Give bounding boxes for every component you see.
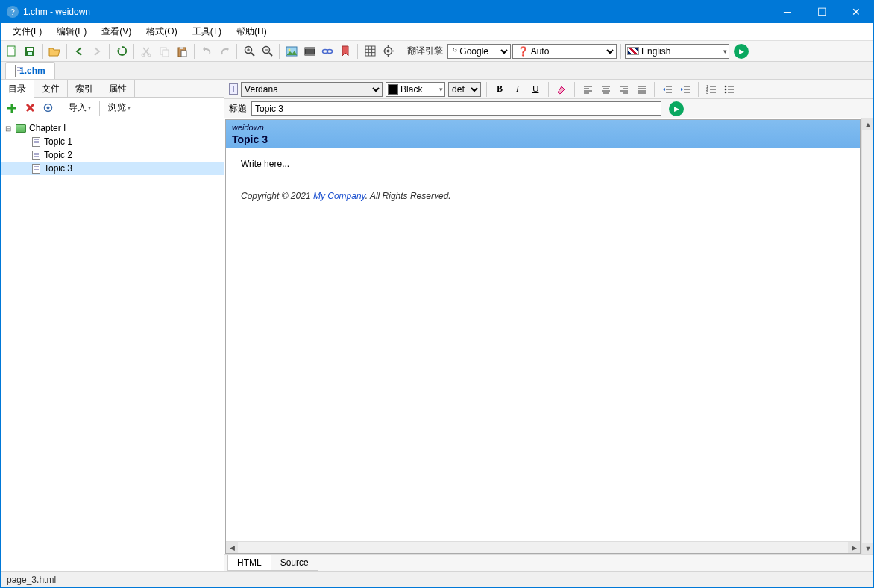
window-maximize-button[interactable]: ☐ (805, 1, 839, 23)
tree-item-label: Topic 2 (44, 150, 72, 160)
collapse-icon[interactable]: ⊟ (4, 124, 13, 133)
font-icon: T (229, 83, 238, 95)
nav-tab-properties[interactable]: 属性 (101, 80, 135, 97)
translate-from-select[interactable]: ❓ Auto (512, 44, 617, 59)
import-button[interactable]: 导入 (64, 100, 95, 116)
font-color-select[interactable]: Black ▾ (386, 82, 445, 97)
status-text: page_3.html (7, 575, 56, 585)
undo-button[interactable] (198, 43, 215, 60)
svg-point-19 (289, 48, 291, 51)
italic-button[interactable]: I (510, 82, 525, 97)
font-family-select[interactable]: Verdana (241, 82, 383, 97)
zoom-out-button[interactable] (259, 43, 275, 60)
content-header: weidown Topic 3 (226, 120, 860, 148)
nav-settings-button[interactable] (40, 100, 56, 116)
align-justify-button[interactable] (634, 82, 649, 97)
redo-button[interactable] (216, 43, 233, 60)
open-button[interactable] (46, 43, 63, 60)
back-button[interactable] (71, 43, 87, 60)
nav-tab-contents[interactable]: 目录 (1, 80, 34, 98)
svg-point-72 (725, 91, 727, 93)
tree-item[interactable]: Topic 1 (1, 135, 224, 148)
document-tabstrip: 1.chm (1, 62, 873, 80)
cut-button[interactable] (138, 43, 154, 60)
document-tab-label: 1.chm (19, 66, 45, 76)
clear-format-button[interactable] (554, 82, 569, 97)
svg-rect-25 (365, 46, 375, 56)
menu-format[interactable]: 格式(O) (139, 23, 184, 40)
svg-rect-21 (305, 48, 315, 49)
paste-button[interactable] (174, 43, 190, 60)
document-tab[interactable]: 1.chm (5, 62, 55, 79)
movie-button[interactable] (301, 43, 318, 60)
unordered-list-button[interactable] (722, 82, 737, 97)
save-button[interactable] (22, 43, 38, 60)
window-minimize-button[interactable]: ─ (770, 1, 805, 23)
statusbar: page_3.html (1, 571, 873, 587)
copy-button[interactable] (156, 43, 172, 60)
title-input[interactable] (251, 101, 661, 116)
tree-root[interactable]: ⊟ Chapter I (1, 121, 224, 135)
svg-point-70 (725, 85, 727, 87)
menu-help[interactable]: 帮助(H) (229, 23, 274, 40)
scroll-up-icon[interactable]: ▲ (862, 118, 873, 130)
scroll-right-icon[interactable]: ▶ (848, 542, 860, 554)
translate-to-select[interactable]: English ▾ (625, 44, 729, 59)
zoom-in-button[interactable] (241, 43, 257, 60)
title-apply-button[interactable]: ▶ (669, 101, 684, 116)
horizontal-scrollbar[interactable]: ◀ ▶ (226, 541, 860, 553)
forward-button[interactable] (89, 43, 105, 60)
menu-tools[interactable]: 工具(T) (185, 23, 229, 40)
image-button[interactable] (283, 43, 300, 60)
footer-link[interactable]: My Company (313, 191, 365, 201)
footer-suffix: . All Rights Reserved. (365, 191, 451, 201)
link-button[interactable] (319, 43, 336, 60)
content-area: weidown Topic 3 Write here... Copyright … (225, 119, 861, 554)
add-button[interactable] (4, 100, 20, 116)
footer: Copyright © 2021 My Company. All Rights … (241, 191, 845, 201)
tree-root-label: Chapter I (29, 123, 66, 133)
scroll-left-icon[interactable]: ◀ (226, 542, 238, 554)
content-body[interactable]: Write here... Copyright © 2021 My Compan… (226, 148, 860, 541)
outdent-button[interactable] (660, 82, 675, 97)
underline-button[interactable]: U (528, 82, 543, 97)
translate-run-button[interactable]: ▶ (734, 44, 749, 59)
tree-item[interactable]: Topic 3 (1, 162, 224, 175)
editor-panel: T Verdana Black ▾ def B I U (224, 80, 873, 571)
file-icon (15, 66, 16, 76)
table-button[interactable] (362, 43, 378, 60)
align-right-button[interactable] (616, 82, 631, 97)
svg-rect-22 (305, 54, 315, 55)
svg-rect-7 (163, 50, 169, 57)
translate-engine-select[interactable]: ᴳ Google (447, 44, 511, 59)
nav-tab-files[interactable]: 文件 (34, 80, 68, 97)
menu-view[interactable]: 查看(V) (94, 23, 139, 40)
new-button[interactable] (4, 43, 20, 60)
delete-button[interactable] (22, 100, 38, 116)
svg-point-41 (46, 107, 49, 110)
scroll-down-icon[interactable]: ▼ (862, 543, 873, 554)
menu-edit[interactable]: 编辑(E) (49, 23, 94, 40)
tab-source[interactable]: Source (271, 555, 318, 571)
menu-file[interactable]: 文件(F) (5, 23, 49, 40)
font-size-select[interactable]: def (448, 82, 481, 97)
ordered-list-button[interactable]: 123 (704, 82, 719, 97)
svg-line-16 (269, 53, 272, 56)
editor-mode-tabs: HTML Source (224, 554, 873, 571)
window-close-button[interactable]: ✕ (839, 1, 873, 23)
indent-button[interactable] (678, 82, 693, 97)
tree-item[interactable]: Topic 2 (1, 148, 224, 162)
align-center-button[interactable] (598, 82, 613, 97)
vertical-scrollbar[interactable]: ▲ ▼ (861, 118, 873, 554)
page-icon (30, 150, 42, 160)
tab-html[interactable]: HTML (227, 555, 271, 571)
bold-button[interactable]: B (492, 82, 507, 97)
bookmark-button[interactable] (337, 43, 353, 60)
translate-label: 翻译引擎 (404, 45, 446, 57)
align-left-button[interactable] (580, 82, 595, 97)
browse-button[interactable]: 浏览 (104, 100, 135, 116)
refresh-button[interactable] (113, 43, 130, 60)
settings-button[interactable] (380, 43, 396, 60)
nav-tab-index[interactable]: 索引 (68, 80, 101, 97)
title-label: 标题 (229, 102, 247, 115)
